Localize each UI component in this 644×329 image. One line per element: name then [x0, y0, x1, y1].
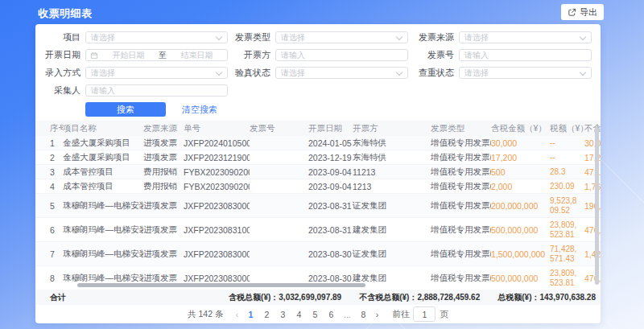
- column-header-invoice-no: 发票号: [250, 121, 308, 136]
- goto-suffix: 页: [440, 309, 448, 320]
- cell-project: 成本管控项目: [63, 179, 143, 194]
- entry-method-label: 录入方式: [35, 67, 85, 79]
- cell-amount-incl-tax: 200,000,000: [491, 194, 550, 218]
- cell-source: 进项发票: [143, 136, 184, 150]
- cell-tax: 23,809,523.81: [550, 218, 584, 242]
- goto-page-input[interactable]: [413, 306, 436, 322]
- cell-invoice-no: [250, 165, 308, 179]
- invoice-date-label: 开票日期: [35, 49, 85, 61]
- cell-order-no: JXFP20240105001: [184, 136, 250, 150]
- invoice-source-label: 发票来源: [408, 31, 459, 43]
- vertical-scrollbar[interactable]: [595, 127, 599, 285]
- issuer-input-wrap[interactable]: [275, 49, 408, 61]
- table-row: 6珠穆朗玛峰—电梯安装进项发票JXFP202308310012023-08-31…: [35, 218, 601, 242]
- cell-type: 增值税专用发票(蓝): [431, 136, 491, 150]
- dup-status-select[interactable]: [459, 67, 592, 79]
- cell-source: 费用报销: [143, 165, 184, 179]
- verify-status-select[interactable]: [275, 67, 408, 79]
- cell-invoice-no: [250, 218, 308, 242]
- page-title: 收票明细表: [38, 6, 93, 21]
- cell-type: 增值税专用发票(蓝): [431, 242, 491, 266]
- cell-project: 珠穆朗玛峰—电梯安装: [63, 194, 143, 218]
- cell-tax: 28.3: [550, 165, 584, 179]
- verify-status-label: 验真状态: [228, 67, 275, 79]
- filter-form: 项目 发票类型 发票来源 开票日期 至 开票方: [35, 24, 601, 97]
- cell-amount-incl-tax: 2,000: [491, 179, 550, 194]
- end-date-input: [167, 50, 227, 60]
- cell-date: 2023-08-30: [308, 242, 353, 266]
- cell-order-no: JXFP20230831001: [184, 218, 250, 242]
- summary-incl-tax: 含税总额(¥)：3,032,699,097.89: [229, 292, 341, 303]
- invoice-no-label: 发票号: [408, 49, 459, 61]
- column-header-order-no: 单号: [184, 121, 250, 136]
- pagination-page-2[interactable]: 2: [258, 310, 275, 319]
- cell-type: 增值税专用发票(蓝): [431, 194, 491, 218]
- project-select-input: [86, 32, 227, 43]
- cell-tax: 23,809,523.81: [550, 266, 584, 290]
- project-select[interactable]: [85, 31, 228, 43]
- cell-invoice-no: [250, 242, 308, 266]
- invoice-table-zone: 序号项目名称发票来源单号发票号开票日期开票方发票类型含税金额（¥）税额（¥）不含…: [35, 121, 601, 290]
- cell-order-no: JXFP20230830002: [184, 194, 250, 218]
- column-header-tax: 税额（¥）: [550, 121, 584, 136]
- invoice-date-range-picker[interactable]: 至: [85, 49, 228, 61]
- search-button[interactable]: 搜索: [85, 102, 166, 117]
- cell-project: 珠穆朗玛峰—电梯安装: [63, 218, 143, 242]
- pagination-pages: 123456...8: [242, 310, 371, 319]
- cell-project: 金盛大厦采购项目: [63, 150, 143, 165]
- cell-type: 增值税专用发票(蓝): [431, 150, 491, 165]
- pagination-page-6[interactable]: 6: [323, 310, 339, 319]
- cell-date: 2023-08-31: [308, 218, 353, 242]
- invoice-no-input-wrap[interactable]: [459, 49, 592, 61]
- table-row: 3成本管控项目费用报销FYBX202309020032023-09-041121…: [35, 165, 601, 179]
- cell-tax: --: [550, 150, 584, 165]
- table-row: 5珠穆朗玛峰—电梯安装进项发票JXFP202308300022023-08-31…: [35, 194, 601, 218]
- goto-label: 前往: [392, 309, 409, 320]
- invoice-type-label: 发票类型: [228, 31, 275, 43]
- table-header-row: 序号项目名称发票来源单号发票号开票日期开票方发票类型含税金额（¥）税额（¥）不含…: [35, 121, 601, 136]
- cell-no: 1: [35, 136, 63, 150]
- invoice-source-select-input: [460, 32, 591, 43]
- horizontal-scrollbar[interactable]: [77, 283, 365, 287]
- cell-type: 增值税专用发票(蓝): [431, 218, 491, 242]
- start-date-input: [98, 50, 159, 60]
- entry-method-select-input: [86, 68, 227, 78]
- cell-type: 增值税专用发票(蓝): [431, 165, 491, 179]
- cell-invoice-no: [250, 150, 308, 165]
- cell-order-no: JXFP20230830001: [184, 242, 250, 266]
- summary-row: 合计 含税总额(¥)：3,032,699,097.89 不含税总额(¥)：2,8…: [35, 290, 601, 305]
- cell-no: 8: [35, 266, 63, 290]
- cell-project: 金盛大厦采购项目: [63, 136, 143, 150]
- pagination-page-3[interactable]: 3: [275, 310, 291, 319]
- cell-no: 5: [35, 194, 63, 218]
- column-header-source: 发票来源: [143, 121, 184, 136]
- column-header-date: 开票日期: [308, 121, 353, 136]
- pagination-page-4[interactable]: 4: [291, 310, 307, 319]
- cell-issuer: 建发集团: [353, 218, 431, 242]
- cell-project: 成本管控项目: [63, 165, 143, 179]
- export-button[interactable]: 导出: [561, 4, 604, 20]
- date-range-separator: 至: [159, 50, 167, 61]
- pagination-page-1[interactable]: 1: [242, 310, 258, 319]
- cell-issuer: 东海特供: [353, 136, 431, 150]
- entry-method-select[interactable]: [85, 67, 228, 79]
- pagination-total: 共 142 条: [188, 309, 223, 320]
- cell-date: 2024-01-05: [308, 136, 353, 150]
- collector-input-wrap[interactable]: [85, 84, 228, 97]
- cell-type: 增值税专用发票(蓝): [431, 266, 491, 290]
- pagination-page-5[interactable]: 5: [307, 310, 323, 319]
- pagination-page-8[interactable]: 8: [355, 310, 371, 319]
- summary-total-label: 合计: [50, 292, 66, 303]
- cell-amount-incl-tax: 17,200: [491, 150, 550, 165]
- cell-tax: 230.09: [550, 179, 584, 194]
- cell-tax: --: [550, 136, 584, 150]
- column-header-issuer: 开票方: [353, 121, 431, 136]
- clear-search-link[interactable]: 清空搜索: [182, 104, 217, 116]
- next-page-button[interactable]: ›: [371, 310, 382, 319]
- cell-issuer: 证发集团: [353, 242, 431, 266]
- invoice-type-select[interactable]: [275, 31, 408, 43]
- invoice-source-select[interactable]: [459, 31, 592, 43]
- column-header-no: 序号: [35, 121, 63, 136]
- dup-status-label: 查重状态: [408, 67, 459, 79]
- prev-page-button[interactable]: ‹: [231, 310, 242, 319]
